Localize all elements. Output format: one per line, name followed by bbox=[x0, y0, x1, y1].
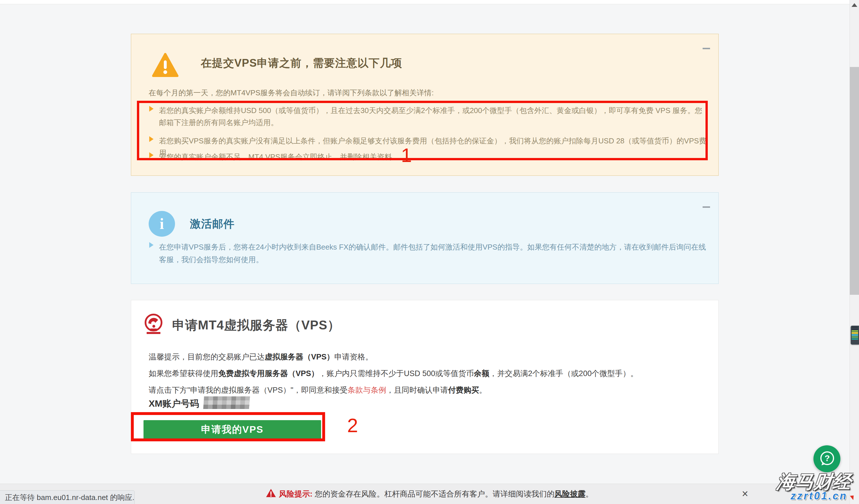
apply-vps-panel: 申请MT4虚拟服务器（VPS） 温馨提示，目前您的交易账户已达虚拟服务器（VPS… bbox=[131, 300, 719, 454]
scroll-up-icon[interactable] bbox=[852, 3, 857, 7]
arrow-bullet-icon bbox=[149, 136, 153, 142]
widget-stripe bbox=[852, 338, 858, 340]
risk-warning-label: 风险提示: bbox=[279, 489, 313, 499]
minus-icon bbox=[703, 206, 710, 208]
apply-panel-title: 申请MT4虚拟服务器（VPS） bbox=[172, 317, 340, 334]
widget-stripe bbox=[852, 334, 858, 336]
redacted-account-number bbox=[203, 396, 250, 409]
xm-account-row: XM账户号码 bbox=[149, 396, 250, 410]
xm-account-label: XM账户号码 bbox=[149, 398, 199, 409]
scrollbar-thumb[interactable] bbox=[850, 67, 859, 295]
risk-disclosure-link[interactable]: 风险披露 bbox=[555, 489, 586, 499]
help-desk-icon bbox=[145, 313, 163, 338]
extension-widget[interactable] bbox=[851, 326, 859, 345]
list-item: 若您的真实账户余额维持USD 500（或等值货币），且在过去30天内交易至少满2… bbox=[149, 105, 707, 128]
widget-grill bbox=[852, 329, 858, 330]
page-top-strip bbox=[0, 0, 859, 4]
arrow-bullet-icon bbox=[149, 242, 153, 248]
warning-bullet-3: 若您的真实账户余额不足，MT4 VPS服务会立即终止，并删除相关资料。 bbox=[159, 151, 707, 163]
widget-grill bbox=[852, 327, 858, 328]
widget-stripe bbox=[852, 330, 858, 332]
activation-email-panel: i 激活邮件 在您申请VPS服务后，您将在24小时内收到来自Beeks FX的确… bbox=[131, 192, 719, 284]
risk-warning-text-end: 。 bbox=[586, 489, 593, 499]
widget-stripe bbox=[852, 332, 858, 334]
chat-help-icon: ? bbox=[819, 451, 835, 467]
list-item: 在您申请VPS服务后，您将在24小时内收到来自Beeks FX的确认邮件。邮件包… bbox=[149, 241, 713, 266]
apply-paragraph-conditions: 如果您希望获得使用免费虚拟专用服务器（VPS），账户内只需维持不少于USD 50… bbox=[149, 368, 638, 379]
apply-paragraph-terms: 请点击下方"申请我的虚拟服务器（VPS）"，即同意和接受条款与条例，且同时确认申… bbox=[149, 385, 487, 395]
terms-and-conditions-link[interactable]: 条款与条例 bbox=[347, 386, 386, 394]
info-icon: i bbox=[149, 211, 175, 237]
vps-notice-panel: 在提交VPS申请之前，需要注意以下几项 在每个月的第一天，您的MT4VPS服务将… bbox=[131, 34, 719, 176]
warning-panel-intro: 在每个月的第一天，您的MT4VPS服务将会自动续订，请详阅下列条款以了解相关详情… bbox=[149, 88, 434, 98]
warning-panel-title: 在提交VPS申请之前，需要注意以下几项 bbox=[201, 56, 402, 70]
info-bullet-text: 在您申请VPS服务后，您将在24小时内收到来自Beeks FX的确认邮件。邮件包… bbox=[159, 241, 713, 266]
risk-warning-text: 您的资金存在风险。杠杆商品可能不适合所有客户。请详细阅读我们的 bbox=[315, 489, 555, 499]
warning-bullet-1: 若您的真实账户余额维持USD 500（或等值货币），且在过去30天内交易至少满2… bbox=[159, 105, 707, 128]
help-button[interactable]: ? bbox=[813, 445, 840, 472]
arrow-bullet-icon bbox=[149, 152, 153, 158]
info-panel-collapse-button[interactable] bbox=[700, 201, 713, 212]
widget-stripe bbox=[852, 336, 858, 338]
close-icon[interactable]: × bbox=[738, 487, 752, 500]
risk-warning-icon bbox=[266, 489, 276, 500]
warning-panel-collapse-button[interactable] bbox=[700, 43, 713, 54]
browser-status-tooltip: 正在等待 bam.eu01.nr-data.net 的响应... bbox=[0, 490, 135, 504]
warning-triangle-icon bbox=[152, 53, 178, 79]
info-panel-title: 激活邮件 bbox=[190, 217, 235, 231]
list-item: 若您的真实账户余额不足，MT4 VPS服务会立即终止，并删除相关资料。 bbox=[149, 151, 707, 163]
svg-text:?: ? bbox=[825, 453, 830, 463]
minus-icon bbox=[703, 48, 710, 49]
apply-vps-button[interactable]: 申请我的VPS bbox=[144, 420, 321, 439]
arrow-bullet-icon bbox=[149, 106, 153, 112]
apply-paragraph-eligibility: 温馨提示，目前您的交易账户已达虚拟服务器（VPS）申请资格。 bbox=[149, 352, 373, 362]
